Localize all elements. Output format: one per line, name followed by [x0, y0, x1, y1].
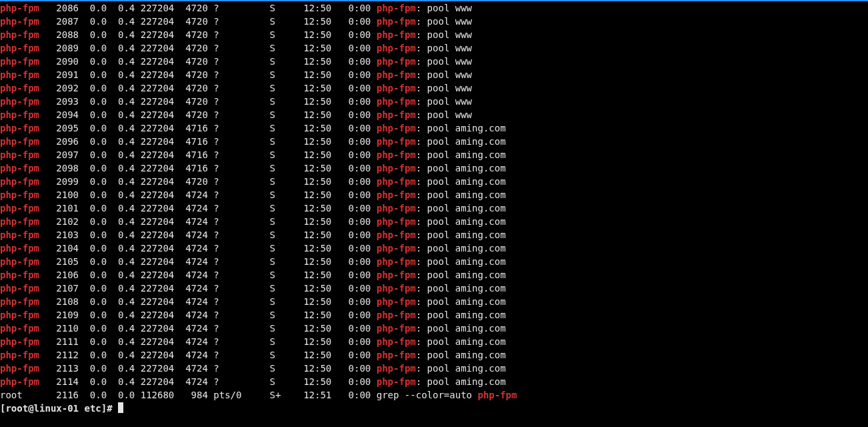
process-row: php-fpm 2088 0.0 0.4 227204 4720 ? S 12:…: [0, 28, 868, 41]
process-row: php-fpm 2099 0.0 0.4 227204 4720 ? S 12:…: [0, 175, 868, 188]
process-row: php-fpm 2098 0.0 0.4 227204 4716 ? S 12:…: [0, 161, 868, 175]
prompt-cwd: etc: [84, 403, 101, 414]
process-row: php-fpm 2086 0.0 0.4 227204 4720 ? S 12:…: [0, 1, 868, 15]
process-row: php-fpm 2108 0.0 0.4 227204 4724 ? S 12:…: [0, 295, 868, 308]
process-row: php-fpm 2087 0.0 0.4 227204 4720 ? S 12:…: [0, 15, 868, 28]
process-row: php-fpm 2091 0.0 0.4 227204 4720 ? S 12:…: [0, 68, 868, 81]
process-row: php-fpm 2093 0.0 0.4 227204 4720 ? S 12:…: [0, 95, 868, 108]
process-row: php-fpm 2105 0.0 0.4 227204 4724 ? S 12:…: [0, 255, 868, 268]
process-row: php-fpm 2107 0.0 0.4 227204 4724 ? S 12:…: [0, 282, 868, 295]
process-row: php-fpm 2096 0.0 0.4 227204 4716 ? S 12:…: [0, 135, 868, 148]
process-row: php-fpm 2092 0.0 0.4 227204 4720 ? S 12:…: [0, 81, 868, 95]
process-row: php-fpm 2090 0.0 0.4 227204 4720 ? S 12:…: [0, 55, 868, 68]
process-row: php-fpm 2114 0.0 0.4 227204 4724 ? S 12:…: [0, 375, 868, 388]
prompt-host: linux-01: [34, 403, 79, 414]
process-row: php-fpm 2106 0.0 0.4 227204 4724 ? S 12:…: [0, 268, 868, 282]
prompt-symbol: #: [107, 403, 112, 414]
process-row: php-fpm 2094 0.0 0.4 227204 4720 ? S 12:…: [0, 108, 868, 121]
prompt-user: root: [5, 403, 28, 414]
process-row: php-fpm 2103 0.0 0.4 227204 4724 ? S 12:…: [0, 228, 868, 242]
terminal-output[interactable]: php-fpm 2086 0.0 0.4 227204 4720 ? S 12:…: [0, 0, 868, 427]
process-row: php-fpm 2110 0.0 0.4 227204 4724 ? S 12:…: [0, 322, 868, 335]
shell-prompt[interactable]: [root@linux-01 etc]#: [0, 402, 868, 415]
process-row: php-fpm 2109 0.0 0.4 227204 4724 ? S 12:…: [0, 308, 868, 322]
process-row: php-fpm 2112 0.0 0.4 227204 4724 ? S 12:…: [0, 348, 868, 362]
process-row: php-fpm 2101 0.0 0.4 227204 4724 ? S 12:…: [0, 201, 868, 215]
process-row: php-fpm 2100 0.0 0.4 227204 4724 ? S 12:…: [0, 188, 868, 201]
process-row: php-fpm 2089 0.0 0.4 227204 4720 ? S 12:…: [0, 41, 868, 55]
cursor-icon: [118, 402, 123, 413]
process-row: php-fpm 2111 0.0 0.4 227204 4724 ? S 12:…: [0, 335, 868, 348]
process-row: php-fpm 2095 0.0 0.4 227204 4716 ? S 12:…: [0, 121, 868, 135]
process-row: php-fpm 2097 0.0 0.4 227204 4716 ? S 12:…: [0, 148, 868, 161]
process-row: php-fpm 2113 0.0 0.4 227204 4724 ? S 12:…: [0, 362, 868, 375]
process-row: php-fpm 2104 0.0 0.4 227204 4724 ? S 12:…: [0, 242, 868, 255]
process-row: root 2116 0.0 0.0 112680 984 pts/0 S+ 12…: [0, 388, 868, 402]
process-row: php-fpm 2102 0.0 0.4 227204 4724 ? S 12:…: [0, 215, 868, 228]
